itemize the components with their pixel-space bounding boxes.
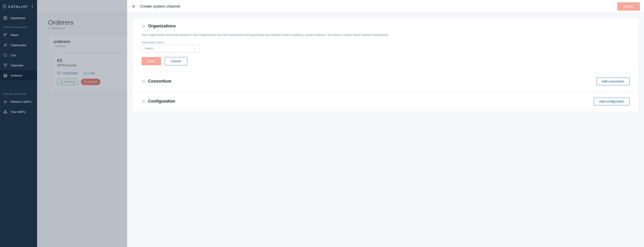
panel-card: Organizations Your organization should b… [132, 18, 639, 112]
nav-label: Peers [10, 33, 18, 37]
nav-label: Dashboard [10, 16, 25, 20]
sidebar-header: CATALyST [0, 0, 37, 13]
organizations-description: Your organization should be present in t… [142, 33, 630, 37]
nav-label: CAs [10, 54, 16, 57]
nav-section-participants: Network participants [0, 90, 37, 97]
section-organizations: Organizations Your organization should b… [132, 18, 639, 72]
peers-icon [3, 33, 7, 37]
svg-point-18 [142, 80, 145, 83]
select-placeholder: Select... [145, 47, 156, 50]
logo-icon [3, 4, 6, 8]
section-configuration: Configuration Add configuration [132, 92, 639, 112]
sidebar: CATALyST Dashboard Network components Pe… [0, 0, 37, 247]
configuration-heading: Configuration [148, 99, 175, 104]
dashboard-icon [3, 16, 7, 20]
chevron-left-icon [30, 4, 34, 8]
nav-channels[interactable]: Channels [0, 60, 37, 70]
nav-section-components: Network components [0, 23, 37, 30]
svg-rect-7 [4, 74, 7, 75]
close-icon [132, 4, 136, 8]
svg-rect-10 [5, 110, 6, 111]
svg-rect-3 [6, 18, 7, 19]
nav-label: Your MSPs [10, 110, 26, 114]
svg-point-19 [142, 100, 145, 103]
svg-rect-12 [6, 112, 7, 113]
nav-peers[interactable]: Peers [0, 30, 37, 40]
close-button[interactable] [131, 4, 136, 9]
org-tree-icon [3, 110, 7, 114]
nav-cas[interactable]: CAs [0, 50, 37, 60]
svg-point-17 [142, 25, 145, 27]
svg-rect-0 [4, 16, 5, 17]
orderers-icon [3, 73, 7, 77]
svg-point-5 [6, 64, 7, 64]
svg-rect-8 [4, 75, 7, 76]
nav-label: Chaincodes [10, 43, 26, 47]
org-name-select[interactable]: Select... [142, 45, 200, 52]
create-channel-panel: Create system channel Create Organizatio… [127, 0, 644, 247]
nav-label: Partners' MSPs [10, 100, 31, 103]
nav-chaincodes[interactable]: Chaincodes [0, 40, 37, 50]
svg-point-4 [4, 64, 4, 64]
organizations-heading: Organizations [148, 24, 176, 28]
check-ring-icon [142, 24, 145, 28]
check-ring-icon [142, 80, 145, 83]
brand-name: CATALyST [8, 4, 28, 8]
panel-body: Organizations Your organization should b… [127, 13, 644, 247]
panel-header: Create system channel Create [127, 0, 644, 13]
cancel-button[interactable]: Cancel [165, 57, 187, 65]
check-ring-icon [142, 100, 145, 103]
add-configuration-button[interactable]: Add configuration [594, 97, 630, 105]
collapse-sidebar-button[interactable] [30, 4, 34, 8]
channels-icon [3, 63, 7, 67]
svg-point-6 [5, 66, 6, 67]
nav-label: Channels [10, 64, 23, 67]
consortium-heading: Consortium [148, 79, 171, 84]
nav-orderers[interactable]: Orderers [0, 70, 37, 80]
panel-title: Create system channel [140, 4, 180, 9]
handshake-icon [3, 100, 7, 104]
shield-icon [3, 53, 7, 57]
chevron-down-icon [194, 47, 197, 50]
nav-your-msps[interactable]: Your MSPs [0, 107, 37, 117]
svg-rect-1 [6, 16, 7, 17]
save-button[interactable]: Save [142, 57, 161, 65]
svg-rect-11 [4, 112, 5, 113]
nav-dashboard[interactable]: Dashboard [0, 13, 37, 23]
add-consortium-button[interactable]: Add consortium [596, 77, 630, 85]
svg-rect-9 [4, 77, 7, 77]
svg-rect-2 [4, 18, 5, 19]
chaincodes-icon [3, 43, 7, 47]
org-name-label: Organization Name [142, 41, 630, 44]
nav-label: Orderers [10, 74, 22, 77]
main-area: Orderers 1 ordering set orderers 2 order… [37, 0, 644, 247]
create-button[interactable]: Create [617, 2, 640, 10]
section-consortium: Consortium Add consortium [132, 72, 639, 92]
nav-partners-msps[interactable]: Partners' MSPs [0, 97, 37, 107]
